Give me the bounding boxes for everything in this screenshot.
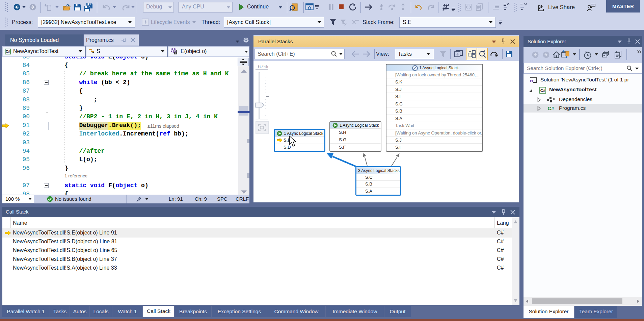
svg-text:C#: C# xyxy=(540,89,545,93)
svg-text:C#: C# xyxy=(6,50,10,53)
svg-text:C#: C# xyxy=(547,105,554,111)
